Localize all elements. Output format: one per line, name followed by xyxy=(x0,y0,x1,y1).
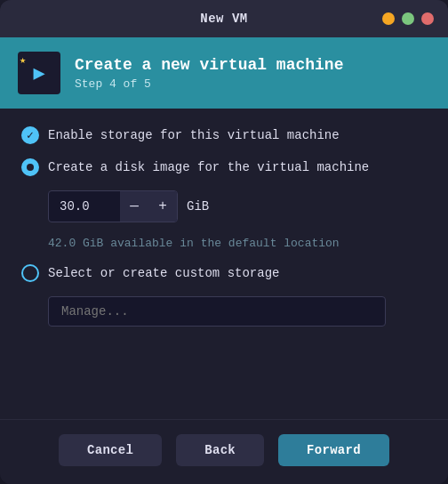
header-title: Create a new virtual machine xyxy=(75,55,430,76)
header-subtitle: Step 4 of 5 xyxy=(75,77,430,91)
disk-size-control: — + xyxy=(48,190,178,222)
custom-storage-radio[interactable] xyxy=(21,264,39,282)
minimize-button[interactable] xyxy=(382,12,395,25)
header-text: Create a new virtual machine Step 4 of 5 xyxy=(75,55,430,91)
vm-icon: ★ ▶ xyxy=(18,52,60,94)
window-title: New VM xyxy=(200,12,247,26)
back-button[interactable]: Back xyxy=(176,434,264,466)
maximize-button[interactable] xyxy=(402,12,414,25)
forward-button[interactable]: Forward xyxy=(278,434,389,466)
close-button[interactable] xyxy=(421,12,434,25)
content-area: ✓ Enable storage for this virtual machin… xyxy=(0,109,448,419)
window-controls xyxy=(382,12,434,25)
disk-size-increment-button[interactable]: + xyxy=(148,191,177,222)
disk-image-row: Create a disk image for the virtual mach… xyxy=(21,158,427,176)
disk-image-label: Create a disk image for the virtual mach… xyxy=(48,160,369,174)
manage-area xyxy=(48,296,427,327)
checkmark-icon: ✓ xyxy=(27,128,34,142)
disk-image-radio[interactable] xyxy=(21,158,39,176)
titlebar: New VM xyxy=(0,0,448,37)
disk-unit-label: GiB xyxy=(187,199,209,214)
disk-size-decrement-button[interactable]: — xyxy=(120,191,148,222)
star-icon: ★ xyxy=(20,53,26,67)
enable-storage-checkbox[interactable]: ✓ xyxy=(21,126,39,144)
manage-input[interactable] xyxy=(48,296,386,327)
cancel-button[interactable]: Cancel xyxy=(59,434,162,466)
disk-size-row: — + GiB xyxy=(48,190,427,222)
disk-available-text: 42.0 GiB available in the default locati… xyxy=(48,237,427,250)
enable-storage-label: Enable storage for this virtual machine xyxy=(48,128,340,142)
enable-storage-row: ✓ Enable storage for this virtual machin… xyxy=(21,126,427,144)
header-section: ★ ▶ Create a new virtual machine Step 4 … xyxy=(0,37,448,109)
monitor-icon: ▶ xyxy=(33,61,44,85)
footer: Cancel Back Forward xyxy=(0,419,448,484)
custom-storage-row: Select or create custom storage xyxy=(21,264,427,282)
custom-storage-label: Select or create custom storage xyxy=(48,266,279,280)
main-window: New VM ★ ▶ Create a new virtual machine … xyxy=(0,0,448,484)
disk-size-input[interactable] xyxy=(49,194,120,219)
